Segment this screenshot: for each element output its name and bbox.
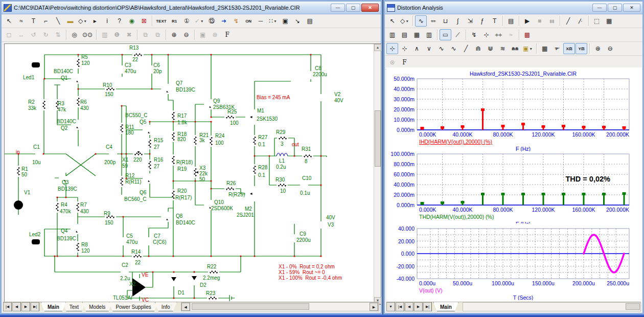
inflection-icon[interactable]: ╱	[460, 43, 472, 54]
ortho-wire-tool-icon[interactable]: ⌐	[40, 15, 52, 27]
tab-power-supplies[interactable]: Power Supplies	[109, 302, 157, 311]
pattern-columns-icon[interactable]: ▥	[423, 29, 435, 40]
graphics-tool-icon[interactable]: ◇▼	[77, 15, 88, 27]
node-numbers-icon[interactable]: ①	[181, 15, 193, 27]
camera-icon[interactable]: ▣	[197, 29, 209, 40]
pattern-grid-icon[interactable]: ▦	[411, 29, 423, 40]
select-tool-icon[interactable]: ↖	[3, 15, 15, 27]
scroll-left-button[interactable]: ◀	[181, 303, 190, 311]
maximize-button[interactable]: ▢	[346, 4, 360, 12]
current-display-icon[interactable]: ➜	[218, 15, 230, 27]
step-box-icon[interactable]: ⇅	[52, 29, 64, 40]
scope-mode-icon[interactable]: ∿	[415, 15, 427, 27]
browser-mode-icon[interactable]: ◉	[126, 15, 137, 27]
tab-main[interactable]: Main	[433, 302, 458, 311]
scroll-right-button[interactable]: ▶	[370, 303, 378, 311]
find-tool-icon[interactable]: ◎	[68, 29, 80, 40]
page-first-button[interactable]: |◀	[396, 302, 404, 311]
page-next-button[interactable]: ▶	[21, 302, 30, 311]
rotate-icon[interactable]: ↺	[28, 29, 39, 40]
p-key-icon[interactable]: 'P'	[551, 43, 563, 54]
tab-text[interactable]: Text	[63, 302, 85, 311]
page-last-button[interactable]: ▶|	[423, 302, 432, 311]
design-preview-icon[interactable]: ▥	[99, 29, 110, 40]
tab-models[interactable]: Models	[82, 302, 112, 311]
bottom-valleys-icon[interactable]: ⋓	[485, 43, 496, 54]
zoom-out-icon[interactable]: ⊖	[604, 43, 616, 54]
track-next-icon[interactable]: ⊹	[386, 43, 398, 54]
line-tool-icon[interactable]: ╱	[562, 15, 574, 27]
node-voltages-icon[interactable]: ⑬	[206, 15, 218, 27]
info-mode-icon[interactable]: i	[101, 15, 113, 27]
maximize-button[interactable]: ▢	[608, 4, 622, 12]
scroll-up-button[interactable]: ▲	[374, 44, 381, 51]
tag-vertical-icon[interactable]: ↯	[468, 29, 480, 40]
scope-window-icon[interactable]: ▩	[521, 29, 533, 40]
flip-y-icon[interactable]: ↻	[40, 29, 52, 40]
line-tool-icon[interactable]: ╲	[52, 15, 64, 27]
high-icon[interactable]: ∿	[435, 43, 447, 54]
schematic-canvas[interactable]: R1322C3470uC620pR5120Led1BD140CQ1Q7BD139…	[5, 44, 374, 304]
next-error-icon[interactable]: ✖	[123, 29, 135, 40]
wire-mode-icon[interactable]: ≈	[15, 15, 27, 27]
valley-icon[interactable]: ∨	[423, 43, 435, 54]
vip-display-icon[interactable]: ✓▼	[193, 15, 205, 27]
minimize-button[interactable]: —	[592, 4, 607, 12]
y-axis-scale-icon[interactable]: Y⚖	[576, 43, 587, 54]
track-cursor-icon[interactable]: ⊹	[399, 43, 410, 54]
page-last-button[interactable]: ▶|	[31, 302, 39, 311]
tag-horizontal-icon[interactable]: ⊹	[480, 29, 492, 40]
smooth-icon[interactable]: ≈	[505, 29, 517, 40]
page-first-button[interactable]: |◀	[3, 302, 12, 311]
low-icon[interactable]: ∿	[448, 43, 459, 54]
cursor-mode-icon[interactable]: ↘	[292, 15, 304, 27]
box-select-icon[interactable]: ◻	[3, 29, 15, 40]
x-axis-scale-icon[interactable]: X⚖	[563, 43, 575, 54]
text-tool-icon[interactable]: T	[28, 15, 39, 27]
grid-display-icon[interactable]: ∷▼	[267, 15, 279, 27]
power-display-icon[interactable]: ↯	[231, 15, 242, 27]
grid-panel-icon[interactable]: ▦	[603, 15, 615, 27]
graphics-tool-icon[interactable]: ◇▼	[399, 15, 410, 27]
pin-connections-icon[interactable]: ─	[255, 15, 267, 27]
page-prev-button[interactable]: ◀	[12, 302, 21, 311]
globe-icon[interactable]: ⊛	[386, 57, 398, 68]
page-list-button[interactable]: ▼	[386, 302, 395, 311]
waveform-select-icon[interactable]: ≈≈	[427, 15, 439, 27]
properties-icon[interactable]: ▤	[505, 15, 517, 27]
stepping-icon[interactable]: ⇲	[464, 15, 476, 27]
find-component-icon[interactable]: ⊙⊙	[81, 29, 94, 40]
copy-to-clipboard-icon[interactable]: ⧉	[140, 29, 151, 40]
peak-icon[interactable]: ∧	[411, 43, 423, 54]
pattern-horizontal-icon[interactable]: ▤	[399, 29, 410, 40]
text-display-icon[interactable]: TEXT	[154, 15, 168, 27]
minimize-button[interactable]: —	[331, 4, 345, 12]
pause-button-icon[interactable]: ▮▮	[546, 15, 558, 27]
border-display-icon[interactable]: ▣	[280, 15, 291, 27]
properties-icon[interactable]: ▤	[304, 15, 316, 27]
tab-main[interactable]: Main	[41, 302, 66, 311]
tag-both-icon[interactable]: ⊹⊹	[493, 29, 504, 40]
prev-error-icon[interactable]: ❶	[111, 29, 123, 40]
page-prev-button[interactable]: ◀	[405, 302, 413, 311]
horizontal-scrollbar[interactable]: ◀ ▶	[181, 302, 379, 311]
text-tool-icon[interactable]: T	[489, 15, 500, 27]
scrollbar-thumb[interactable]	[375, 110, 381, 167]
function-plot-icon[interactable]: ƒ	[476, 15, 488, 27]
analysis-limits-icon[interactable]: ∫	[452, 15, 464, 27]
stop-button-icon[interactable]: ■	[534, 15, 545, 27]
help-mode-icon[interactable]: ?	[113, 15, 125, 27]
component-tool-icon[interactable]: ▬	[64, 15, 76, 27]
global-high-icon[interactable]: ≋	[497, 43, 509, 54]
font-select-icon[interactable]: F	[221, 29, 233, 40]
slope-tool-icon[interactable]: ⟋	[452, 29, 464, 40]
top-peaks-icon[interactable]: ⋒	[472, 43, 484, 54]
condition-display-icon[interactable]: ON	[243, 15, 255, 27]
paste-picture-icon[interactable]: ⧉	[152, 29, 164, 40]
part-browser-icon[interactable]: ▣▼	[521, 43, 534, 54]
zoom-out-icon[interactable]: ⊖	[180, 29, 192, 40]
run-button-icon[interactable]: ▶	[521, 15, 533, 27]
polyline-tool-icon[interactable]: ╱·	[574, 15, 586, 27]
global-low-icon[interactable]: ⋒⋒	[509, 43, 521, 54]
close-button[interactable]: ✕	[623, 4, 640, 12]
